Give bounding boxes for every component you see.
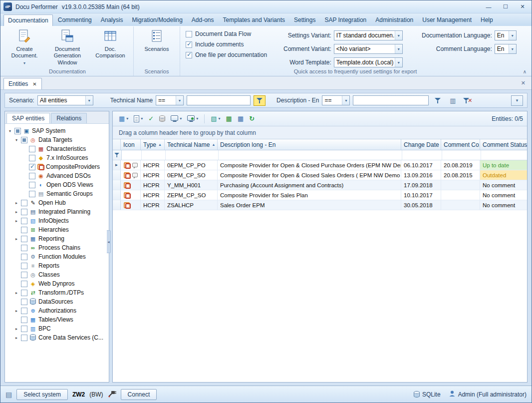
tree-item-infoobjects[interactable]: ▸ ▧ InfoObjects (6, 216, 108, 225)
tree-item-characteristics[interactable]: ▦ Characteristics (6, 144, 108, 153)
tree-checkbox[interactable] (21, 326, 27, 332)
chart-button[interactable]: ▧▾ (209, 113, 222, 124)
tab-relations[interactable]: Relations (51, 113, 87, 123)
chevron-down-icon[interactable]: ▾ (509, 44, 516, 53)
description-filter-input[interactable] (353, 95, 429, 105)
ribbon-tab-administration[interactable]: Administration (371, 14, 417, 26)
apply-technical-name-filter-button[interactable] (254, 95, 266, 106)
tree-item-classes[interactable]: ◎ Classes (6, 270, 108, 279)
tree-item-process-chains[interactable]: ∞ Process Chains (6, 243, 108, 252)
tab-entities[interactable]: Entities ✕ (3, 78, 42, 89)
one-file-per-doc-checkbox[interactable] (186, 52, 192, 58)
tree-checkbox[interactable] (29, 182, 35, 188)
document-generation-window-button[interactable]: Document Generation Window (46, 27, 89, 66)
tree-item-tables-views[interactable]: ▦ Tables/Views (6, 315, 108, 324)
expand-open-icon[interactable]: ▾ (13, 138, 19, 142)
tab-sap-entities[interactable]: SAP entities (6, 113, 50, 123)
library-icon[interactable]: ▤ (5, 391, 12, 399)
tree-checkbox[interactable] (29, 191, 35, 197)
tree-checkbox[interactable] (21, 299, 27, 305)
technical-name-operator-select[interactable]: == ▾ (156, 95, 184, 105)
technical-name-filter-input[interactable] (187, 95, 251, 105)
filter-cell[interactable] (442, 150, 481, 160)
tree-item-infosources[interactable]: ◆ 7.x InfoSources (6, 153, 108, 162)
expand-closed-icon[interactable]: ▸ (13, 237, 19, 241)
tree-checkbox[interactable] (21, 263, 27, 269)
tree-item-hierarchies[interactable]: ⊞ Hierarchies (6, 225, 108, 234)
tree-checkbox[interactable] (21, 218, 27, 224)
doc-comparison-button[interactable]: Doc. Comparison (89, 27, 132, 59)
expand-closed-icon[interactable]: ▸ (13, 336, 19, 340)
ribbon-tab-user-management[interactable]: User Management (418, 14, 476, 26)
ribbon-tab-addons[interactable]: Add-ons (188, 14, 218, 26)
tree-checkbox[interactable] (29, 146, 35, 152)
chevron-down-icon[interactable]: ▾ (342, 96, 349, 105)
document-data-flow-checkbox[interactable] (186, 31, 192, 37)
table-row[interactable]: ► HCPR 0EPM_CP_PO Composite Provider for… (113, 160, 527, 170)
description-operator-select[interactable]: == ▾ (322, 95, 350, 105)
tree-checkbox[interactable] (14, 128, 21, 134)
tree-checkbox[interactable] (21, 317, 27, 323)
column-header-description[interactable]: Description long - En (218, 139, 401, 150)
word-template-select[interactable]: Template.dotx (Local) ▾ (334, 57, 403, 67)
ribbon-tab-migration[interactable]: Migration/Modeling (128, 14, 186, 26)
expand-closed-icon[interactable]: ▸ (13, 309, 19, 313)
tree-checkbox[interactable] (29, 173, 35, 179)
chevron-down-icon[interactable]: ▾ (395, 31, 402, 40)
tree-item-data-targets[interactable]: ▾ ◎ Data Targets (6, 135, 108, 144)
group-by-panel[interactable]: Drag a column header here to group by th… (113, 126, 527, 139)
tree-item-web-dynpros[interactable]: ◈ Web Dynpros (6, 279, 108, 288)
tree-item-reports[interactable]: ≡ Reports (6, 261, 108, 270)
tree-item-compositeproviders[interactable]: CompositeProviders (6, 162, 108, 171)
filter-cell[interactable] (142, 150, 166, 160)
column-header-change-date[interactable]: Change Date (401, 139, 441, 150)
column-header-icon[interactable]: Icon (121, 139, 141, 150)
expand-closed-icon[interactable]: ▸ (13, 210, 19, 214)
tree-checkbox[interactable] (21, 281, 27, 287)
column-header-comment-status[interactable]: Comment Status (480, 139, 527, 150)
screen-view-button[interactable]: ▾ (169, 113, 184, 124)
tree-checkbox[interactable] (21, 245, 27, 251)
tree-item-function-modules[interactable]: ⚙ Function Modules (6, 252, 108, 261)
tree-item-reporting[interactable]: ▸ ▦ Reporting (6, 234, 108, 243)
screen-refresh-button[interactable]: ▾ (185, 113, 200, 124)
include-comments-checkbox[interactable] (186, 41, 192, 48)
ribbon-tab-help[interactable]: Help (477, 14, 497, 26)
collapse-ribbon-button[interactable]: ∧ (523, 69, 527, 74)
user-status[interactable]: Admin (Full administrator) (449, 390, 527, 399)
filter-cell[interactable] (122, 150, 142, 160)
documentation-language-select[interactable]: En ▾ (495, 30, 517, 40)
table-row[interactable]: HCPR ZSALHCP Sales Order EPM 30.05.2018 … (113, 200, 527, 210)
include-comments-option[interactable]: Include comments (186, 41, 274, 48)
expand-closed-icon[interactable]: ▸ (13, 327, 19, 331)
chevron-down-icon[interactable]: ▾ (395, 44, 402, 53)
comment-language-select[interactable]: En ▾ (495, 44, 517, 54)
tree-item-core-data-services[interactable]: ▸ Core Data Services (C... (6, 333, 108, 342)
ribbon-tab-documentation[interactable]: Documentation (3, 14, 53, 26)
tree-item-semantic-groups[interactable]: ▤ Semantic Groups (6, 189, 108, 198)
expand-closed-icon[interactable]: ▸ (13, 291, 19, 295)
maximize-button[interactable]: ☐ (500, 2, 512, 11)
tree-checkbox[interactable] (21, 236, 27, 242)
expand-open-icon[interactable]: ▾ (7, 129, 13, 133)
connect-button[interactable]: Connect (121, 389, 157, 400)
tree-item-advanced-dsos[interactable]: ◉ Advanced DSOs (6, 171, 108, 180)
tree-item-open-ods-views[interactable]: ◐ Open ODS Views (6, 180, 108, 189)
one-file-per-doc-option[interactable]: One file per documentation (186, 51, 274, 58)
tree-checkbox[interactable] (21, 209, 27, 215)
tree-checkbox[interactable] (21, 335, 27, 341)
chevron-down-icon[interactable]: ▾ (509, 31, 516, 40)
save-grid-button[interactable]: ▦ (236, 113, 246, 124)
chevron-down-icon[interactable]: ▾ (85, 96, 93, 105)
ribbon-tab-settings[interactable]: Settings (290, 14, 319, 26)
chevron-down-icon[interactable]: ▾ (395, 58, 402, 67)
tree-checkbox[interactable] (21, 200, 27, 206)
table-row[interactable]: HCPR ZEPM_CP_SO Composite Provider for S… (113, 190, 527, 200)
tree-checkbox[interactable] (29, 155, 35, 161)
apply-description-filter-button[interactable] (432, 95, 444, 106)
advanced-filter-button[interactable]: ▥ (447, 95, 459, 106)
tree-checkbox[interactable] (21, 254, 27, 260)
document-preview-button[interactable]: ▾ (132, 113, 145, 124)
diagram-view-button[interactable]: ▦▾ (117, 113, 130, 124)
column-header-comment-date[interactable]: Comment Co... (441, 139, 480, 150)
